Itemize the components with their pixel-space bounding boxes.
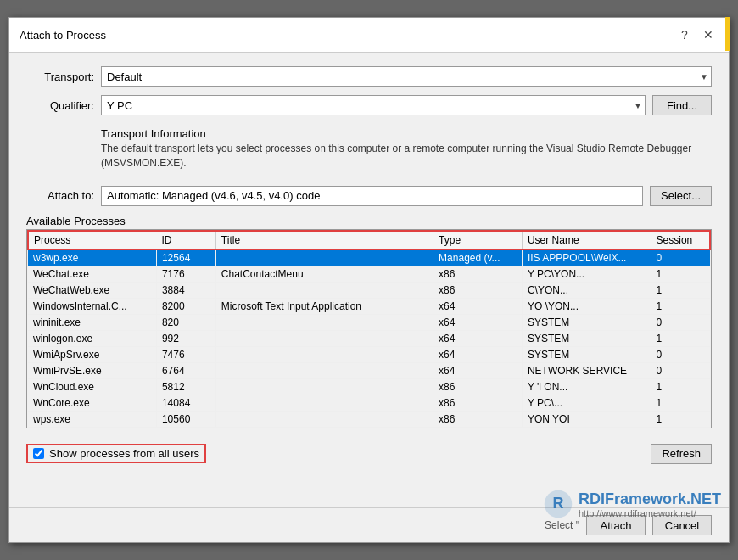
qualifier-label: Qualifier:	[26, 99, 94, 112]
col-header-username[interactable]: User Name	[522, 231, 651, 249]
yellow-accent-bar	[725, 17, 730, 51]
qualifier-select[interactable]: Y PC	[101, 95, 646, 115]
transport-select[interactable]: Default	[101, 66, 712, 87]
transport-info-box: Transport Information The default transp…	[101, 124, 712, 174]
select-quote-text: Select "	[545, 519, 579, 531]
table-row[interactable]: WeChatWeb.exe3884x86 C\YON...1	[28, 282, 710, 298]
transport-select-wrapper: Default ▼	[101, 66, 712, 87]
process-table-scroll[interactable]: Process ID Title Type User Name Session	[27, 230, 711, 428]
close-button[interactable]: ✕	[698, 25, 718, 45]
bottom-row: Show processes from all users Refresh	[26, 444, 712, 464]
find-button[interactable]: Find...	[652, 95, 712, 115]
attach-to-label: Attach to:	[26, 189, 94, 202]
show-all-users-text: Show processes from all users	[49, 447, 199, 460]
title-bar: Attach to Process ? ✕	[9, 18, 729, 53]
show-all-users-label[interactable]: Show processes from all users	[26, 444, 206, 463]
table-row[interactable]: WmiPrvSE.exe6764x64NETWORK SERVICE0	[28, 362, 710, 378]
transport-label: Transport:	[26, 70, 94, 83]
watermark-brand: RDIFramework.NET	[579, 490, 721, 507]
table-row[interactable]: wininit.exe820x64SYSTEM0	[28, 314, 710, 330]
available-processes-section: Available Processes Process ID Title	[26, 215, 712, 428]
col-header-process[interactable]: Process	[28, 231, 156, 249]
table-row[interactable]: WmiApSrv.exe7476x64SYSTEM0	[28, 346, 710, 362]
watermark-url: http://www.rdiframework.net/	[579, 508, 721, 518]
dialog-title: Attach to Process	[20, 29, 106, 42]
dialog-content: Transport: Default ▼ Qualifier: Y PC ▼	[9, 53, 729, 507]
available-processes-label: Available Processes	[26, 215, 712, 227]
table-row[interactable]: WnCloud.exe5812x86Y 'l ON...1	[28, 378, 710, 395]
process-table-wrap: Process ID Title Type User Name Session	[26, 229, 712, 428]
process-table-header: Process ID Title Type User Name Session	[28, 231, 710, 249]
transport-info-text: The default transport lets you select pr…	[101, 142, 712, 171]
table-row[interactable]: wps.exe10560x86YON YOI1	[28, 411, 710, 427]
title-bar-controls: ? ✕	[674, 25, 718, 45]
refresh-button[interactable]: Refresh	[651, 444, 712, 464]
table-row[interactable]: winlogon.exe992x64SYSTEM1	[28, 330, 710, 346]
show-all-users-checkbox[interactable]	[33, 448, 44, 459]
process-table: Process ID Title Type User Name Session	[27, 230, 711, 428]
col-header-session[interactable]: Session	[651, 231, 710, 249]
svg-text:R: R	[552, 495, 563, 512]
attach-to-value: Automatic: Managed (v4.6, v4.5, v4.0) co…	[101, 186, 643, 206]
help-button[interactable]: ?	[674, 25, 695, 45]
process-table-container: Process ID Title Type User Name Session	[26, 229, 712, 428]
qualifier-select-wrapper: Y PC ▼	[101, 95, 646, 115]
watermark-info: RDIFramework.NET http://www.rdiframework…	[579, 490, 721, 518]
col-header-title[interactable]: Title	[215, 231, 433, 249]
transport-info-title: Transport Information	[101, 127, 712, 140]
col-header-id[interactable]: ID	[156, 231, 215, 249]
attach-to-row: Attach to: Automatic: Managed (v4.6, v4.…	[26, 186, 712, 206]
rdi-logo-icon: R	[543, 489, 573, 519]
transport-row: Transport: Default ▼	[26, 66, 712, 87]
select-button[interactable]: Select...	[650, 186, 712, 206]
table-row[interactable]: w3wp.exe12564Managed (v...IIS APPPOOL\We…	[28, 249, 710, 266]
watermark: R RDIFramework.NET http://www.rdiframewo…	[543, 489, 721, 519]
table-row[interactable]: WindowsInternal.C...8200Microsoft Text I…	[28, 298, 710, 314]
table-row[interactable]: WnCore.exe14084x86Y PC\...1	[28, 395, 710, 411]
qualifier-row: Qualifier: Y PC ▼ Find...	[26, 95, 712, 115]
attach-to-process-dialog: Attach to Process ? ✕ Transport: Default…	[8, 17, 730, 543]
table-row[interactable]: WeChat.exe7176ChatContactMenux86Y PC\YON…	[28, 266, 710, 282]
col-header-type[interactable]: Type	[433, 231, 523, 249]
